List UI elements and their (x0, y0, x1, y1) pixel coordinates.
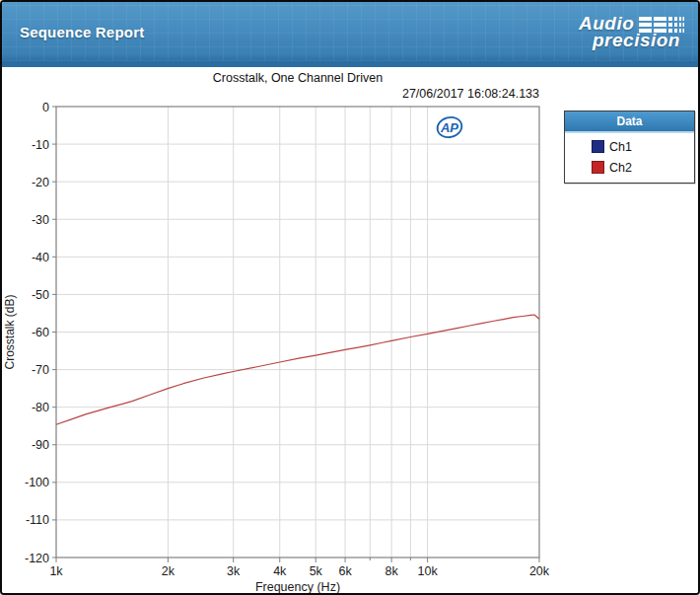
ap-watermark-icon: AP (435, 114, 463, 139)
x-tick-label: 4k (273, 564, 287, 578)
legend-item-ch2[interactable]: Ch2 (565, 157, 694, 178)
x-axis-label: Frequency (Hz) (255, 580, 340, 593)
y-tick-label: 0 (42, 101, 49, 114)
x-tick-label: 20k (529, 564, 550, 578)
chart-legend: Data Ch1Ch2 (564, 111, 695, 184)
legend-swatch-ch2 (592, 161, 604, 174)
y-tick-label: -20 (32, 176, 49, 189)
x-tick-label: 2k (162, 564, 175, 578)
y-tick-label: -110 (26, 513, 49, 527)
svg-text:AP: AP (440, 120, 458, 135)
y-tick-label: -90 (32, 438, 49, 452)
legend-items: Ch1Ch2 (565, 133, 694, 183)
y-tick-label: -120 (25, 552, 49, 565)
y-tick-label: -60 (32, 326, 49, 339)
report-title: Sequence Report (20, 24, 144, 40)
legend-label: Ch2 (609, 161, 632, 175)
y-tick-label: -30 (32, 213, 49, 227)
y-tick-label: -40 (32, 251, 49, 264)
report-header: Sequence Report Audio (2, 2, 698, 67)
report-body: Crosstalk, One Channel Driven 27/06/2017… (2, 67, 698, 593)
sequence-report-window: Sequence Report Audio (0, 0, 700, 595)
y-tick-label: -80 (32, 401, 49, 414)
y-tick-label: -10 (32, 138, 49, 152)
legend-label: Ch1 (609, 140, 632, 154)
brand-precision-text: precision (593, 30, 680, 51)
legend-title: Data (565, 112, 694, 133)
y-tick-label: -100 (25, 476, 49, 489)
y-axis-label: Crosstalk (dB) (3, 294, 17, 369)
x-tick-label: 6k (338, 564, 352, 578)
legend-item-ch1[interactable]: Ch1 (565, 136, 694, 157)
audio-precision-logo: Audio precision (561, 11, 684, 56)
x-tick-label: 10k (418, 564, 439, 578)
y-tick-label: -50 (32, 288, 49, 302)
legend-swatch-ch1 (592, 140, 604, 153)
x-tick-label: 3k (227, 564, 241, 578)
x-tick-label: 5k (310, 564, 323, 578)
x-tick-label: 8k (385, 564, 399, 578)
x-tick-label: 1k (49, 564, 63, 578)
y-tick-label: -70 (32, 363, 49, 377)
